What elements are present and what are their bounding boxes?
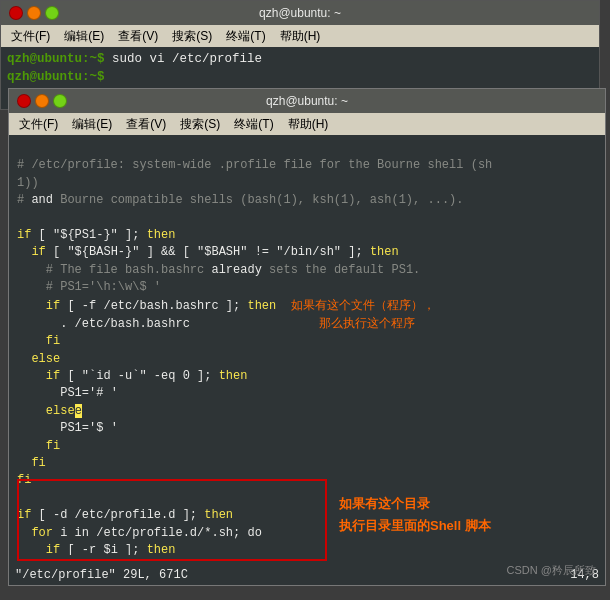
status-left: "/etc/profile" 29L, 671C — [15, 568, 188, 582]
code-line-17: fi — [17, 439, 60, 453]
window-title-front: qzh@ubuntu: ~ — [67, 94, 547, 108]
min-btn-back[interactable] — [27, 6, 41, 20]
menu-bar-front: 文件(F) 编辑(E) 查看(V) 搜索(S) 终端(T) 帮助(H) — [9, 113, 605, 135]
code-line-8: # PS1='\h:\w\$ ' — [17, 280, 161, 294]
code-line-6: if [ "${BASH-}" ] && [ "$BASH" != "/bin/… — [17, 245, 399, 259]
annotation-1: 如果有这个文件（程序）， — [291, 298, 435, 312]
code-line-18: fi — [17, 456, 46, 470]
prompt-2: qzh@ubuntu:~$ — [7, 70, 112, 84]
cmd-1: sudo vi /etc/profile — [112, 52, 262, 66]
menu-help-back[interactable]: 帮助(H) — [274, 26, 327, 47]
code-line-5: if [ "${PS1-}" ]; then — [17, 228, 175, 242]
max-btn-front[interactable] — [53, 94, 67, 108]
menu-search-front[interactable]: 搜索(S) — [174, 114, 226, 135]
window-controls-front[interactable] — [17, 94, 67, 108]
prompt-1: qzh@ubuntu:~$ — [7, 52, 112, 66]
code-content: # /etc/profile: system-wide .profile fil… — [9, 135, 605, 555]
code-line-14: PS1='# ' — [17, 386, 118, 400]
code-line-10: . /etc/bash.bashrc 那么执行这个程序 — [17, 317, 415, 331]
code-line-9: if [ -f /etc/bash.bashrc ]; then 如果有这个文件… — [17, 299, 435, 313]
close-btn-front[interactable] — [17, 94, 31, 108]
menu-help-front[interactable]: 帮助(H) — [282, 114, 335, 135]
menu-terminal-back[interactable]: 终端(T) — [220, 26, 271, 47]
max-btn-back[interactable] — [45, 6, 59, 20]
menu-view-front[interactable]: 查看(V) — [120, 114, 172, 135]
code-line-21: if [ -d /etc/profile.d ]; then — [17, 508, 233, 522]
title-bar-front: qzh@ubuntu: ~ — [9, 89, 605, 113]
menu-edit-front[interactable]: 编辑(E) — [66, 114, 118, 135]
window-title-back: qzh@ubuntu: ~ — [59, 6, 541, 20]
code-line-16: PS1='$ ' — [17, 421, 118, 435]
title-bar-back: qzh@ubuntu: ~ — [1, 1, 599, 25]
code-line-22: for i in /etc/profile.d/*.sh; do — [17, 526, 262, 540]
menu-bar-back: 文件(F) 编辑(E) 查看(V) 搜索(S) 终端(T) 帮助(H) — [1, 25, 599, 47]
code-line-23: if [ -r $i ]; then — [17, 543, 175, 555]
csdn-watermark: CSDN @矜辰所致 — [507, 563, 596, 578]
menu-file-front[interactable]: 文件(F) — [13, 114, 64, 135]
menu-edit-back[interactable]: 编辑(E) — [58, 26, 110, 47]
menu-file-back[interactable]: 文件(F) — [5, 26, 56, 47]
code-line-11: fi — [17, 334, 60, 348]
code-line-15: elsee — [17, 404, 82, 418]
menu-view-back[interactable]: 查看(V) — [112, 26, 164, 47]
code-line-19: fi — [17, 473, 31, 487]
menu-search-back[interactable]: 搜索(S) — [166, 26, 218, 47]
min-btn-front[interactable] — [35, 94, 49, 108]
code-line-2: 1)) — [17, 176, 39, 190]
menu-terminal-front[interactable]: 终端(T) — [228, 114, 279, 135]
code-line-1: # /etc/profile: system-wide .profile fil… — [17, 158, 492, 172]
annotation-2b: 执行目录里面的Shell 脚本 — [339, 517, 491, 535]
code-line-13: if [ "`id -u`" -eq 0 ]; then — [17, 369, 247, 383]
annotation-1b: 那么执行这个程序 — [319, 316, 415, 330]
window-controls-back[interactable] — [9, 6, 59, 20]
terminal-line-2: qzh@ubuntu:~$ — [7, 69, 593, 87]
code-line-7: # The file bash.bashrc already sets the … — [17, 263, 420, 277]
annotation-2a: 如果有这个目录 — [339, 495, 430, 513]
code-line-12: else — [17, 352, 60, 366]
terminal-window-front: qzh@ubuntu: ~ 文件(F) 编辑(E) 查看(V) 搜索(S) 终端… — [8, 88, 606, 586]
terminal-content-back: qzh@ubuntu:~$ sudo vi /etc/profile qzh@u… — [1, 47, 599, 90]
code-line-3: # and Bourne compatible shells (bash(1),… — [17, 193, 463, 207]
close-btn-back[interactable] — [9, 6, 23, 20]
terminal-line-1: qzh@ubuntu:~$ sudo vi /etc/profile — [7, 51, 593, 69]
